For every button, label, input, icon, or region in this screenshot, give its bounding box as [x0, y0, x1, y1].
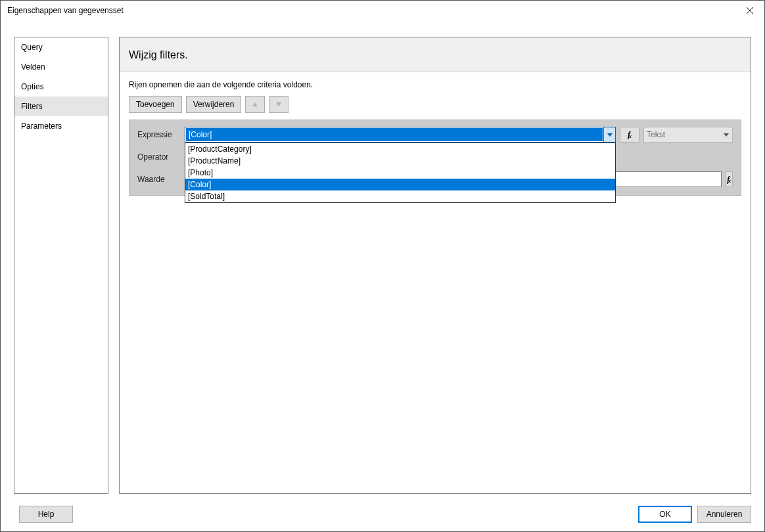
expression-label: Expressie — [137, 130, 185, 139]
expression-combo-arrow[interactable] — [603, 127, 615, 142]
expression-combo-value: [Color] — [186, 128, 603, 141]
filter-panel: Expressie [Color] fx Tekst — [129, 120, 741, 196]
dropdown-option[interactable]: [ProductCategory] — [185, 143, 615, 155]
instruction-text: Rijen opnemen die aan de volgende criter… — [120, 72, 751, 92]
chevron-down-icon — [724, 133, 729, 137]
close-button[interactable] — [735, 1, 764, 21]
type-combo[interactable]: Tekst — [643, 127, 733, 143]
chevron-down-icon — [607, 133, 613, 137]
value-input[interactable] — [604, 171, 722, 187]
value-label: Waarde — [137, 175, 165, 184]
delete-button[interactable]: Verwijderen — [186, 96, 242, 113]
dialog-footer: Help OK Annuleren — [14, 505, 751, 523]
sidebar-item-query[interactable]: Query — [14, 37, 108, 57]
arrow-up-icon — [252, 102, 258, 106]
page-heading: Wijzig filters. — [120, 37, 751, 72]
sidebar-item-parameters[interactable]: Parameters — [14, 116, 108, 136]
expression-fx-button[interactable]: fx — [620, 127, 639, 143]
sidebar: Query Velden Opties Filters Parameters — [14, 37, 108, 494]
operator-label: Operator — [137, 152, 185, 162]
sidebar-item-filters[interactable]: Filters — [14, 97, 108, 116]
help-button[interactable]: Help — [19, 506, 73, 523]
dropdown-option[interactable]: [SoldTotal] — [185, 190, 615, 202]
filter-toolbar: Toevoegen Verwijderen — [120, 92, 751, 120]
dropdown-option[interactable]: [Photo] — [185, 167, 615, 179]
type-combo-value: Tekst — [644, 127, 720, 142]
expression-row: Expressie [Color] fx Tekst — [137, 127, 733, 143]
move-down-button[interactable] — [269, 96, 289, 113]
dialog-window: Eigenschappen van gegevensset Query Veld… — [0, 0, 765, 532]
sidebar-item-velden[interactable]: Velden — [14, 57, 108, 77]
sidebar-item-opties[interactable]: Opties — [14, 77, 108, 97]
close-icon — [747, 7, 753, 14]
add-button[interactable]: Toevoegen — [129, 96, 182, 113]
window-title: Eigenschappen van gegevensset — [7, 6, 735, 15]
titlebar: Eigenschappen van gegevensset — [1, 1, 764, 21]
expression-dropdown[interactable]: [ProductCategory] [ProductName] [Photo] … — [185, 143, 616, 203]
main-pane: Wijzig filters. Rijen opnemen die aan de… — [119, 37, 751, 494]
move-up-button[interactable] — [245, 96, 265, 113]
cancel-button[interactable]: Annuleren — [697, 506, 751, 523]
ok-button[interactable]: OK — [638, 506, 692, 523]
value-fx-button[interactable]: fx — [726, 171, 733, 187]
type-combo-arrow[interactable] — [720, 127, 732, 142]
dropdown-option[interactable]: [ProductName] — [185, 155, 615, 167]
dropdown-option-highlighted[interactable]: [Color] — [185, 179, 615, 190]
expression-combo[interactable]: [Color] — [185, 127, 616, 143]
arrow-down-icon — [276, 102, 281, 106]
